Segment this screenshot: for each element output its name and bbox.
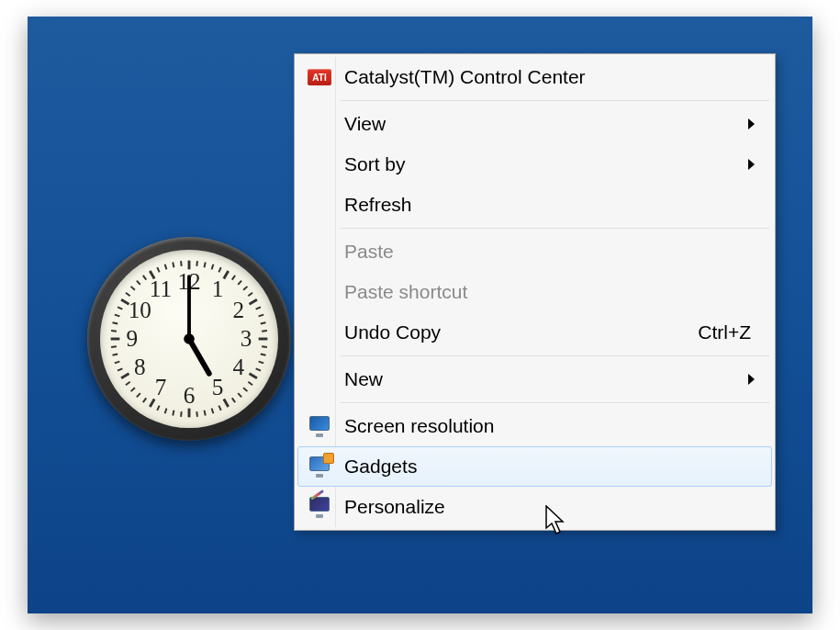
svg-line-18 [259,362,264,364]
gadgets-icon [306,453,333,480]
svg-line-24 [232,398,235,402]
menu-item-label: Sort by [344,153,406,175]
svg-line-35 [150,399,154,407]
empty-icon [306,191,333,219]
svg-line-17 [261,354,266,355]
hour-hand [189,339,209,374]
svg-line-5 [224,271,229,278]
menu-item-paste-shortcut: Paste shortcut [297,272,772,312]
svg-line-37 [137,393,140,397]
chevron-right-icon [748,118,755,129]
menu-item-label: Personalize [344,496,445,518]
svg-line-28 [205,411,206,416]
svg-line-7 [238,281,241,285]
svg-line-27 [212,409,214,414]
menu-item-label: View [344,113,386,135]
menu-item-catalyst[interactable]: ATICatalyst(TM) Control Center [297,57,772,97]
svg-line-1 [196,261,197,266]
menu-separator [340,100,769,101]
clock-numeral: 9 [127,326,139,351]
svg-line-58 [173,263,174,268]
menu-item-new[interactable]: New [297,359,772,399]
clock-numeral: 6 [184,383,196,408]
menu-item-undo-copy[interactable]: Undo CopyCtrl+Z [297,312,772,353]
svg-line-14 [262,331,267,332]
menu-item-label: Screen resolution [344,415,494,437]
svg-line-46 [111,331,117,332]
svg-line-51 [126,293,130,296]
svg-line-36 [143,398,146,402]
menu-separator [340,355,769,356]
menu-shortcut: Ctrl+Z [698,321,751,343]
chevron-right-icon [748,159,755,170]
clock-numeral: 2 [232,298,244,322]
svg-line-39 [126,382,130,385]
chevron-right-icon [748,374,755,385]
personalize-icon [306,493,333,521]
menu-item-label: Undo Copy [344,321,441,343]
empty-icon [306,110,333,138]
clock-numeral: 1 [212,276,224,301]
clock-numeral: 11 [150,276,172,301]
svg-line-44 [111,346,117,347]
svg-line-6 [232,276,235,280]
menu-item-personalize[interactable]: Personalize [297,487,772,527]
clock-numeral: 8 [134,354,146,379]
menu-item-paste: Paste [297,231,772,272]
clock-numeral: 5 [212,375,224,399]
menu-item-label: Paste shortcut [344,281,467,303]
menu-item-label: Refresh [344,194,412,216]
svg-line-34 [157,406,159,411]
svg-line-22 [243,388,247,391]
menu-item-gadgets[interactable]: Gadgets [297,446,772,487]
clock-numeral: 3 [241,326,252,351]
clock-numeral: 10 [129,298,151,322]
svg-line-52 [131,287,135,290]
svg-line-31 [181,411,182,417]
svg-line-42 [115,362,120,364]
svg-line-19 [256,368,261,370]
menu-item-sortby[interactable]: Sort by [297,144,772,185]
clock-gadget[interactable]: 121234567891011 [87,237,291,441]
svg-line-13 [261,322,266,323]
svg-line-48 [115,315,120,317]
empty-icon [306,278,333,306]
svg-line-59 [181,261,182,266]
menu-item-label: New [344,368,383,390]
svg-line-4 [218,267,220,272]
svg-line-33 [165,409,167,414]
desktop-context-menu: ATICatalyst(TM) Control CenterViewSort b… [294,53,776,531]
svg-line-29 [196,411,197,417]
clock-center [184,333,195,344]
menu-separator [340,402,769,403]
svg-line-32 [173,411,174,416]
menu-item-screen-resolution[interactable]: Screen resolution [297,406,772,446]
svg-line-8 [243,287,247,290]
svg-line-40 [121,374,129,378]
svg-line-3 [212,264,214,270]
svg-line-49 [118,307,122,309]
menu-item-label: Gadgets [344,456,417,478]
menu-item-refresh[interactable]: Refresh [297,185,772,225]
menu-item-label: Paste [344,241,394,263]
svg-line-21 [248,382,252,385]
clock-face: 121234567891011 [100,250,278,428]
svg-line-53 [137,281,140,285]
menu-item-view[interactable]: View [297,104,772,144]
svg-line-38 [131,388,135,391]
svg-line-41 [118,368,122,370]
menu-item-label: Catalyst(TM) Control Center [344,66,586,88]
svg-line-23 [238,393,241,397]
svg-line-25 [224,399,229,407]
svg-line-56 [157,267,159,272]
desktop-area[interactable]: 121234567891011 ATICatalyst(TM) Control … [28,17,812,613]
empty-icon [306,319,333,346]
svg-line-43 [113,354,118,355]
menu-separator [340,228,769,229]
svg-line-26 [218,406,220,411]
svg-line-16 [262,346,267,347]
svg-line-10 [250,299,257,304]
resolution-icon [306,412,333,440]
empty-icon [306,151,333,178]
svg-line-47 [113,322,118,323]
